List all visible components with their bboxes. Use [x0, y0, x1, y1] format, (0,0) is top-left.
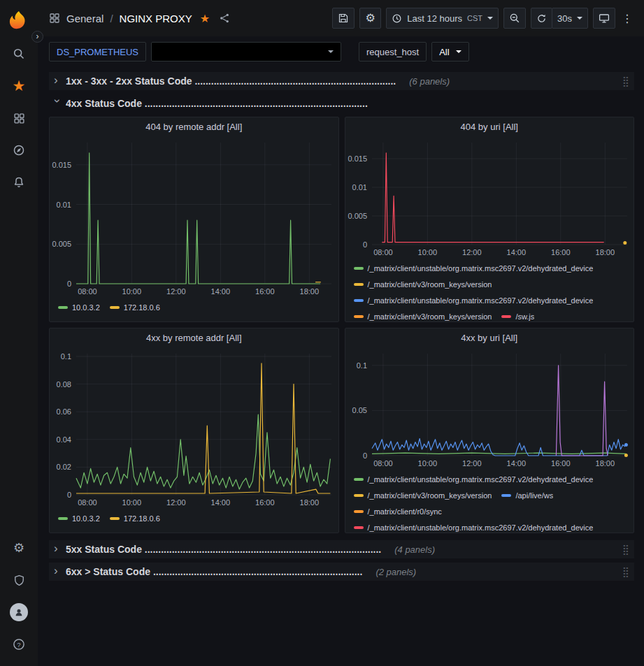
- search-icon[interactable]: [0, 38, 38, 70]
- legend-swatch: [58, 306, 68, 309]
- explore-compass-icon[interactable]: [0, 134, 38, 166]
- panel-title[interactable]: 4xx by uri [All]: [345, 328, 634, 348]
- time-series-chart[interactable]: 08:0010:0012:0014:0016:0018:0000.020.040…: [50, 348, 338, 509]
- svg-text:08:00: 08:00: [78, 498, 97, 507]
- refresh-button[interactable]: [531, 8, 552, 29]
- svg-text:0: 0: [67, 491, 71, 499]
- request-host-variable-select[interactable]: All: [431, 42, 468, 61]
- svg-text:14:00: 14:00: [506, 248, 526, 256]
- legend-item[interactable]: /sw.js: [501, 308, 534, 321]
- svg-text:08:00: 08:00: [373, 459, 393, 468]
- starred-star-icon[interactable]: ★: [0, 70, 38, 102]
- legend-swatch: [354, 526, 364, 529]
- row-header-1xx[interactable]: › 1xx - 3xx - 2xx Status Code ..........…: [49, 72, 634, 90]
- panel-title[interactable]: 404 by remote addr [All]: [50, 117, 338, 137]
- svg-text:0.04: 0.04: [57, 435, 71, 444]
- main-area: General / NGINX PROXY ★ ⚙ Last 12 hours …: [38, 0, 644, 666]
- datasource-variable-label[interactable]: DS_PROMETHEUS: [49, 42, 146, 61]
- legend-swatch: [110, 517, 120, 520]
- refresh-interval-picker[interactable]: 30s: [552, 8, 588, 29]
- tv-mode-button[interactable]: [593, 8, 615, 29]
- row-header-5xx[interactable]: › 5xx Status Code ......................…: [49, 540, 634, 558]
- toolbar: ⚙ Last 12 hours CST 30s: [332, 8, 634, 29]
- legend-item[interactable]: 10.0.3.2: [58, 299, 100, 315]
- time-series-chart[interactable]: 08:0010:0012:0014:0016:0018:0000.0050.01…: [345, 137, 634, 259]
- open-menu-chevron[interactable]: ›: [31, 31, 43, 43]
- legend-item[interactable]: /_matrix/client/v3/room_keys/version: [354, 308, 492, 321]
- help-icon[interactable]: ?: [0, 628, 38, 660]
- svg-text:14:00: 14:00: [506, 459, 526, 468]
- row-drag-handle-icon[interactable]: ⣿: [622, 76, 629, 86]
- svg-text:18:00: 18:00: [595, 248, 615, 256]
- legend-item[interactable]: /_matrix/client/v3/room_keys/version: [354, 276, 492, 292]
- dashboard-settings-button[interactable]: ⚙: [359, 8, 381, 29]
- dashboard-grid-icon: [49, 13, 60, 24]
- legend-swatch: [501, 315, 511, 318]
- kebab-menu-icon[interactable]: ⋮: [620, 8, 634, 29]
- row-drag-handle-icon[interactable]: ⣿: [622, 567, 629, 577]
- svg-text:10:00: 10:00: [417, 459, 437, 468]
- row-header-6xx[interactable]: › 6xx > Status Code ....................…: [49, 563, 634, 581]
- svg-text:10:00: 10:00: [122, 498, 142, 507]
- chevron-right-icon: ›: [54, 74, 61, 86]
- svg-text:18:00: 18:00: [300, 287, 320, 296]
- user-avatar[interactable]: [0, 596, 38, 628]
- save-dashboard-button[interactable]: [332, 8, 355, 29]
- legend-item[interactable]: /_matrix/client/r0/sync: [354, 503, 442, 519]
- row-panel-count: (2 panels): [375, 567, 416, 577]
- row-header-4xx[interactable]: › 4xx Status Code ......................…: [49, 94, 634, 113]
- svg-text:0.015: 0.015: [52, 161, 71, 169]
- row-panel-count: (4 panels): [394, 544, 435, 555]
- breadcrumb-folder[interactable]: General: [66, 13, 103, 24]
- svg-text:0: 0: [362, 240, 366, 249]
- legend-item[interactable]: /_matrix/client/v3/room_keys/version: [354, 487, 492, 503]
- legend-item[interactable]: 10.0.3.2: [58, 510, 100, 526]
- dashboards-grid-icon[interactable]: [0, 102, 38, 134]
- request-host-variable-value: All: [439, 47, 449, 57]
- time-series-chart[interactable]: 08:0010:0012:0014:0016:0018:0000.0050.01…: [50, 137, 338, 298]
- chevron-right-icon: ›: [54, 542, 61, 554]
- panel-legend: /_matrix/client/unstable/org.matrix.msc2…: [345, 470, 634, 533]
- legend-swatch: [110, 306, 120, 309]
- alerting-bell-icon[interactable]: [0, 166, 38, 198]
- panel-grid: 404 by remote addr [All] 08:0010:0012:00…: [49, 117, 634, 533]
- svg-text:0.01: 0.01: [57, 201, 71, 209]
- datasource-variable-select[interactable]: [151, 42, 341, 61]
- svg-text:18:00: 18:00: [300, 498, 320, 507]
- chevron-down-icon: [328, 50, 334, 53]
- panel-title[interactable]: 404 by uri [All]: [345, 117, 634, 137]
- svg-text:12:00: 12:00: [166, 498, 186, 507]
- legend-item[interactable]: /api/live/ws: [501, 487, 553, 503]
- legend-item[interactable]: 172.18.0.6: [110, 299, 160, 315]
- legend-item[interactable]: /_matrix/client/unstable/org.matrix.msc2…: [354, 292, 594, 308]
- legend-swatch: [354, 478, 364, 481]
- svg-text:12:00: 12:00: [462, 459, 482, 468]
- legend-item[interactable]: 172.18.0.6: [110, 510, 160, 526]
- legend-item[interactable]: /_matrix/client/unstable/org.matrix.msc2…: [354, 519, 594, 533]
- time-range-picker[interactable]: Last 12 hours CST: [386, 8, 499, 29]
- time-series-chart[interactable]: 08:0010:0012:0014:0016:0018:0000.050.1: [345, 348, 634, 470]
- sidebar: ★ ⚙ ?: [0, 0, 38, 666]
- legend-label: /_matrix/client/unstable/org.matrix.msc2…: [368, 264, 594, 273]
- variables-bar: DS_PROMETHEUS request_host All: [38, 36, 644, 67]
- chevron-down-icon: ›: [52, 99, 64, 106]
- configuration-gear-icon[interactable]: ⚙: [0, 532, 38, 564]
- legend-label: /_matrix/client/unstable/org.matrix.msc2…: [368, 475, 594, 484]
- panel-404-by-remote-addr: 404 by remote addr [All] 08:0010:0012:00…: [49, 117, 339, 322]
- breadcrumb-dashboard-title[interactable]: NGINX PROXY: [120, 13, 192, 24]
- row-drag-handle-icon[interactable]: ⣿: [622, 544, 629, 554]
- legend-item[interactable]: /_matrix/client/unstable/org.matrix.msc2…: [354, 471, 594, 487]
- share-icon[interactable]: [219, 13, 230, 24]
- svg-text:08:00: 08:00: [373, 248, 393, 256]
- svg-text:?: ?: [17, 641, 20, 649]
- panel-title[interactable]: 4xx by remote addr [All]: [50, 328, 338, 348]
- legend-item[interactable]: /_matrix/client/unstable/org.matrix.msc2…: [354, 260, 594, 276]
- server-admin-shield-icon[interactable]: [0, 564, 38, 596]
- row-title: 1xx - 3xx - 2xx Status Code ............…: [66, 75, 396, 87]
- panel-legend: 10.0.3.2172.18.0.6: [50, 298, 338, 321]
- legend-label: /api/live/ws: [515, 491, 553, 500]
- zoom-out-button[interactable]: [503, 8, 526, 29]
- legend-label: /_matrix/client/v3/room_keys/version: [368, 280, 492, 289]
- refresh-group: 30s: [531, 8, 588, 29]
- favorite-star-icon[interactable]: ★: [200, 12, 210, 25]
